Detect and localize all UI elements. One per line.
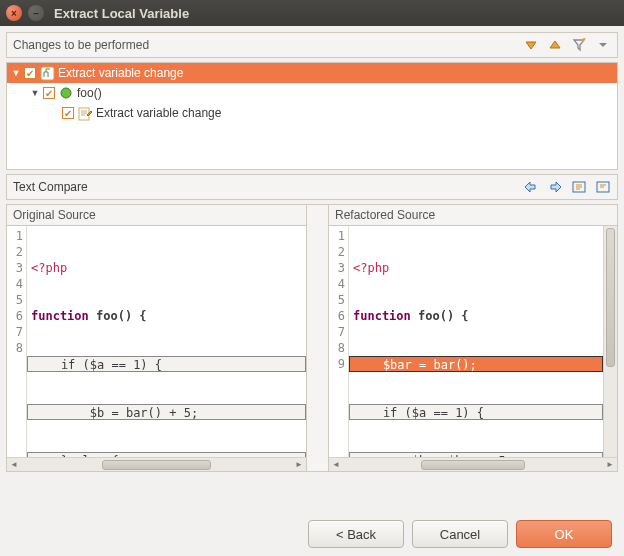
compare-body: Original Source 1 2 3 4 5 6 7 8 <?php fu… (6, 204, 618, 472)
change-icon (39, 65, 55, 81)
window-title: Extract Local Variable (54, 6, 189, 21)
tree-item-label: Extract variable change (96, 106, 221, 120)
next-change-icon[interactable] (523, 37, 539, 53)
copy-left-icon[interactable] (523, 179, 539, 195)
ok-button[interactable]: OK (516, 520, 612, 548)
window-close-button[interactable]: × (6, 5, 22, 21)
scroll-thumb[interactable] (421, 460, 525, 470)
right-scrollbar-vertical[interactable] (603, 226, 617, 457)
back-button[interactable]: < Back (308, 520, 404, 548)
filter-icon[interactable] (571, 37, 587, 53)
checkbox[interactable]: ✔ (24, 67, 36, 79)
checkbox[interactable]: ✔ (43, 87, 55, 99)
tree-item-change[interactable]: ✔ Extract variable change (7, 103, 617, 123)
scroll-thumb[interactable] (102, 460, 210, 470)
scroll-left-icon[interactable]: ◄ (329, 459, 343, 471)
next-diff-icon[interactable] (571, 179, 587, 195)
right-gutter: 1 2 3 4 5 6 7 8 9 (329, 226, 349, 457)
scroll-thumb[interactable] (606, 228, 615, 367)
compare-panel-header: Text Compare (6, 174, 618, 200)
original-source-code[interactable]: <?php function foo() { if ($a == 1) { $b… (27, 226, 306, 457)
expand-icon[interactable]: ▼ (11, 68, 21, 78)
changes-panel-title: Changes to be performed (13, 38, 149, 52)
window-minimize-button[interactable]: – (28, 5, 44, 21)
scroll-right-icon[interactable]: ► (603, 459, 617, 471)
tree-item-root[interactable]: ▼ ✔ Extract variable change (7, 63, 617, 83)
left-scrollbar-horizontal[interactable]: ◄ ► (7, 457, 306, 471)
original-source-title: Original Source (7, 205, 306, 226)
tree-item-label: Extract variable change (58, 66, 183, 80)
prev-diff-icon[interactable] (595, 179, 611, 195)
window-titlebar: × – Extract Local Variable (0, 0, 624, 26)
method-icon (58, 85, 74, 101)
left-gutter: 1 2 3 4 5 6 7 8 (7, 226, 27, 457)
cancel-button[interactable]: Cancel (412, 520, 508, 548)
changes-tree[interactable]: ▼ ✔ Extract variable change ▼ ✔ foo() ✔ … (6, 62, 618, 170)
checkbox[interactable]: ✔ (62, 107, 74, 119)
scroll-left-icon[interactable]: ◄ (7, 459, 21, 471)
scroll-right-icon[interactable]: ► (292, 459, 306, 471)
refactored-source-pane: Refactored Source 1 2 3 4 5 6 7 8 9 <?ph… (329, 205, 617, 471)
compare-panel-title: Text Compare (13, 180, 88, 194)
refactored-source-code[interactable]: <?php function foo() { $bar = bar(); if … (349, 226, 603, 457)
dialog-button-row: < Back Cancel OK (6, 512, 618, 550)
tree-item-method[interactable]: ▼ ✔ foo() (7, 83, 617, 103)
changes-panel-header: Changes to be performed (6, 32, 618, 58)
refactored-source-title: Refactored Source (329, 205, 617, 226)
prev-change-icon[interactable] (547, 37, 563, 53)
diff-connector-column (307, 205, 329, 471)
edit-icon (77, 105, 93, 121)
expand-icon[interactable]: ▼ (30, 88, 40, 98)
svg-point-1 (61, 88, 71, 98)
copy-right-icon[interactable] (547, 179, 563, 195)
right-scrollbar-horizontal[interactable]: ◄ ► (329, 457, 617, 471)
dropdown-icon[interactable] (595, 37, 611, 53)
original-source-pane: Original Source 1 2 3 4 5 6 7 8 <?php fu… (7, 205, 307, 471)
tree-item-label: foo() (77, 86, 102, 100)
